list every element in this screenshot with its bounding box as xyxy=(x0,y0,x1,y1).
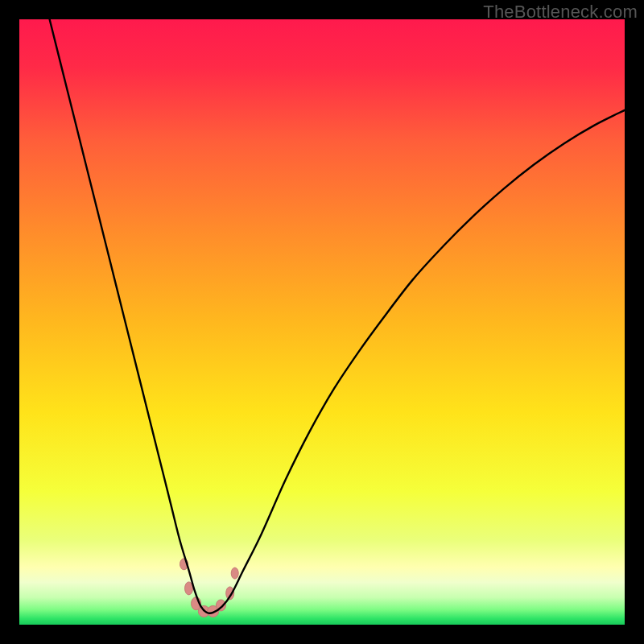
trough-marker xyxy=(231,568,238,579)
bottleneck-chart xyxy=(19,19,625,625)
gradient-background xyxy=(19,19,625,625)
plot-area xyxy=(19,19,625,625)
outer-frame: TheBottleneck.com xyxy=(0,0,644,644)
